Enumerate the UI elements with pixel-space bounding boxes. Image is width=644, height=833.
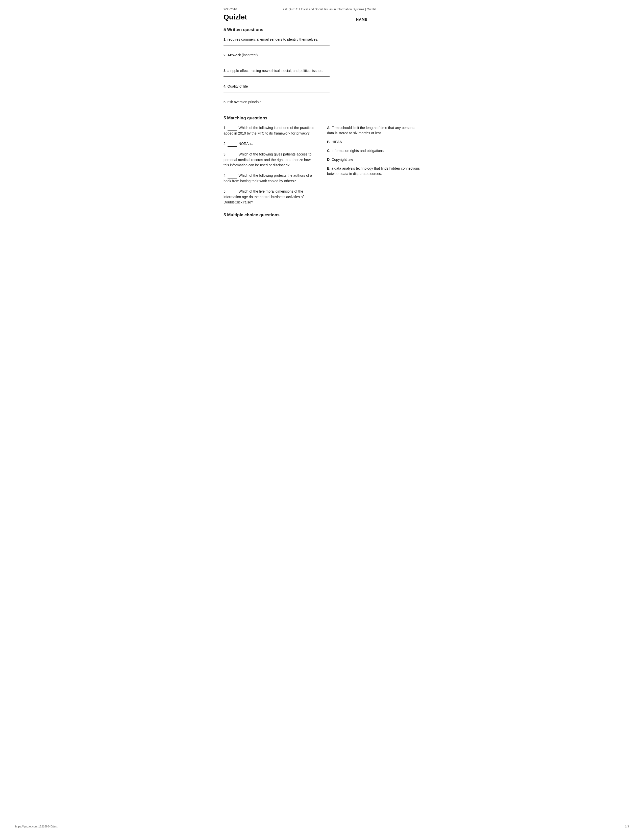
matching-grid: 1. Which of the following is not one of … xyxy=(224,125,420,205)
written-q5-number: 5. xyxy=(224,100,227,104)
match-a2: B. HIPAA xyxy=(327,139,420,145)
match-q2-text: NORA is: xyxy=(238,142,253,146)
written-q4-text: 4. Quality of life xyxy=(224,84,420,89)
match-q4-blank xyxy=(227,173,237,178)
written-question-2: 2. Artwork (incorrect) xyxy=(224,53,420,61)
match-q3-number: 3. xyxy=(224,152,227,156)
date: 9/30/2016 xyxy=(224,8,237,11)
header-row: Quizlet NAME xyxy=(224,13,420,22)
match-q5: 5. Which of the five moral dimensions of… xyxy=(224,189,317,205)
match-q5-number: 5. xyxy=(224,189,227,193)
matching-section: 5 Matching questions 1. Which of the fol… xyxy=(224,116,420,205)
top-bar: 9/30/2016 Test: Quiz 4: Ethical and Soci… xyxy=(224,8,420,11)
multiple-choice-section: 5 Multiple choice questions xyxy=(224,212,420,217)
multiple-choice-title: 5 Multiple choice questions xyxy=(224,212,420,217)
match-q2-blank xyxy=(227,141,237,147)
name-field xyxy=(370,18,420,22)
written-q3-content: a ripple effect, raising new ethical, so… xyxy=(227,69,324,73)
matching-section-title: 5 Matching questions xyxy=(224,116,420,121)
written-question-4: 4. Quality of life xyxy=(224,84,420,92)
match-q1: 1. Which of the following is not one of … xyxy=(224,125,317,136)
match-a3-text: Information rights and obligations xyxy=(332,149,384,153)
name-line: NAME xyxy=(317,18,420,22)
name-label: NAME xyxy=(317,18,367,22)
matching-questions: 1. Which of the following is not one of … xyxy=(224,125,317,205)
match-q1-blank xyxy=(227,125,237,131)
written-section-title: 5 Written questions xyxy=(224,27,420,32)
written-q4-content: Quality of life xyxy=(227,84,248,88)
match-q5-blank xyxy=(227,189,237,195)
match-a1-letter: A. xyxy=(327,126,331,130)
match-a4-text: Copyright law xyxy=(332,158,353,162)
match-q3-text: Which of the following gives patients ac… xyxy=(224,152,311,167)
match-a2-text: HIPAA xyxy=(332,140,342,144)
written-q2-bold: Artwork xyxy=(227,53,241,57)
written-question-1: 1. requires commercial email senders to … xyxy=(224,37,420,45)
match-a1: A. Firms should limit the length of time… xyxy=(327,125,420,136)
written-q1-number: 1. xyxy=(224,37,227,42)
match-a5-text: a data analysis technology that finds hi… xyxy=(327,166,420,176)
match-a3-letter: C. xyxy=(327,149,331,153)
written-q1-line xyxy=(224,45,330,45)
written-q3-number: 3. xyxy=(224,69,227,73)
match-a1-text: Firms should limit the length of time th… xyxy=(327,126,415,135)
match-q2: 2. NORA is: xyxy=(224,141,317,147)
match-q3: 3. Which of the following gives patients… xyxy=(224,152,317,168)
match-a3: C. Information rights and obligations xyxy=(327,148,420,153)
match-q3-blank xyxy=(227,152,237,157)
match-q4-text: Which of the following protects the auth… xyxy=(224,174,312,183)
match-q4-number: 4. xyxy=(224,174,227,177)
brand: Quizlet xyxy=(224,13,247,21)
written-q1-content: requires commercial email senders to ide… xyxy=(227,37,318,42)
matching-answers: A. Firms should limit the length of time… xyxy=(327,125,420,205)
written-q1-text: 1. requires commercial email senders to … xyxy=(224,37,420,42)
page-title-bar: Test: Quiz 4: Ethical and Social Issues … xyxy=(237,8,420,11)
written-q5-text: 5. risk aversion principle xyxy=(224,100,420,105)
written-q2-line xyxy=(224,61,330,61)
match-a5-letter: E. xyxy=(327,166,330,170)
match-a2-letter: B. xyxy=(327,140,331,144)
match-a4: D. Copyright law xyxy=(327,157,420,162)
match-a4-letter: D. xyxy=(327,158,331,162)
written-question-3: 3. a ripple effect, raising new ethical,… xyxy=(224,68,420,77)
written-q2-text: 2. Artwork (incorrect) xyxy=(224,53,420,58)
written-q5-content: risk aversion principle xyxy=(227,100,262,104)
match-a5: E. a data analysis technology that finds… xyxy=(327,166,420,177)
match-q1-number: 1. xyxy=(224,126,227,130)
match-q2-number: 2. xyxy=(224,142,227,146)
match-q4: 4. Which of the following protects the a… xyxy=(224,173,317,184)
match-q1-text: Which of the following is not one of the… xyxy=(224,126,314,135)
written-q4-number: 4. xyxy=(224,84,227,88)
written-q3-text: 3. a ripple effect, raising new ethical,… xyxy=(224,68,420,74)
written-question-5: 5. risk aversion principle xyxy=(224,100,420,108)
written-q2-number: 2. xyxy=(224,53,227,57)
written-q2-rest: (incorrect) xyxy=(241,53,258,57)
